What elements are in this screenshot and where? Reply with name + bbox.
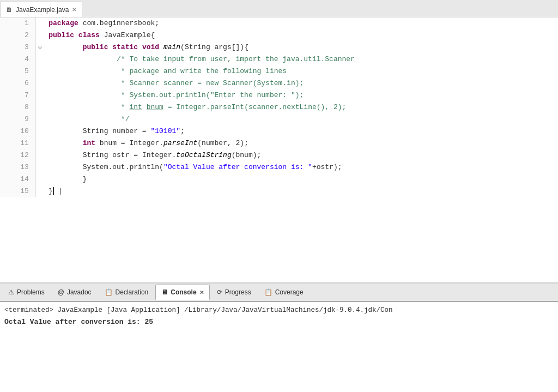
line-number: 8 [0,101,35,113]
fold-indicator [35,185,44,197]
code-content: System.out.println("Octal Value after co… [44,161,557,173]
code-row: 10 String number = "10101"; [0,125,558,137]
fold-indicator [35,17,44,29]
coverage-tab-icon: 📋 [264,288,272,296]
code-row: 14 } [0,173,558,185]
console-tab-label: Console [171,288,196,296]
tab-close-button[interactable]: ✕ [72,7,76,13]
editor-tab[interactable]: 🗎 JavaExample.java ✕ [0,2,82,17]
fold-indicator [35,173,44,185]
javadoc-tab-icon: @ [58,288,64,296]
code-content: } | [44,185,557,197]
panel-tab-console[interactable]: 🖥Console ✕ [155,285,209,300]
fold-indicator[interactable]: ⊖ [35,41,44,53]
code-row: 4 /* To take input from user, import the… [0,53,558,65]
panel-tab-progress[interactable]: ⟳Progress [211,285,257,300]
panel-tab-javadoc[interactable]: @Javadoc [52,285,98,300]
code-content: String ostr = Integer.toOctalString(bnum… [44,149,557,161]
code-row: 3⊖ public static void main(String args[]… [0,41,558,53]
line-number: 7 [0,89,35,101]
panel-tab-coverage[interactable]: 📋Coverage [258,285,310,300]
tab-label: JavaExample.java [16,6,69,14]
panel-tab-declaration[interactable]: 📋Declaration [99,285,155,300]
line-number: 13 [0,161,35,173]
panel-tab-bar: ⚠Problems@Javadoc📋Declaration🖥Console ✕⟳… [0,284,558,302]
code-content: int bnum = Integer.parseInt(number, 2); [44,137,557,149]
javadoc-tab-label: Javadoc [67,288,92,296]
problems-tab-icon: ⚠ [8,288,14,296]
code-row: 11 int bnum = Integer.parseInt(number, 2… [0,137,558,149]
console-content: <terminated> JavaExample [Java Applicati… [0,302,558,392]
code-row: 15} | [0,185,558,197]
code-row: 13 System.out.println("Octal Value after… [0,161,558,173]
code-row: 1package com.beginnersbook; [0,17,558,29]
line-number: 4 [0,53,35,65]
code-content: * Scanner scanner = new Scanner(System.i… [44,77,557,89]
fold-indicator [35,125,44,137]
bottom-panel: ⚠Problems@Javadoc📋Declaration🖥Console ✕⟳… [0,284,558,392]
progress-tab-icon: ⟳ [217,288,222,296]
console-output-line: Octal Value after conversion is: 25 [4,316,554,328]
fold-indicator [35,137,44,149]
line-number: 15 [0,185,35,197]
line-number: 12 [0,149,35,161]
line-number: 5 [0,65,35,77]
line-number: 14 [0,173,35,185]
code-row: 5 * package and write the following line… [0,65,558,77]
code-content: String number = "10101"; [44,125,557,137]
code-row: 9 */ [0,113,558,125]
line-number: 10 [0,125,35,137]
code-row: 2public class JavaExample{ [0,29,558,41]
fold-indicator [35,77,44,89]
code-editor[interactable]: 1package com.beginnersbook;2public class… [0,17,558,282]
fold-indicator [35,101,44,113]
problems-tab-label: Problems [17,288,45,296]
line-number: 2 [0,29,35,41]
console-terminated-line: <terminated> JavaExample [Java Applicati… [4,304,554,316]
code-content: * System.out.println("Enter the number: … [44,89,557,101]
code-row: 8 * int bnum = Integer.parseInt(scanner.… [0,101,558,113]
code-content: * int bnum = Integer.parseInt(scanner.ne… [44,101,557,113]
code-content: * package and write the following lines [44,65,557,77]
code-content: public class JavaExample{ [44,29,557,41]
progress-tab-label: Progress [225,288,251,296]
fold-indicator [35,53,44,65]
tab-bar: 🗎 JavaExample.java ✕ [0,0,558,17]
coverage-tab-label: Coverage [275,288,304,296]
code-content: public static void main(String args[]){ [44,41,557,53]
code-content: */ [44,113,557,125]
fold-indicator [35,161,44,173]
declaration-tab-label: Declaration [116,288,149,296]
declaration-tab-icon: 📋 [105,288,113,296]
console-tab-close[interactable]: ✕ [199,290,204,295]
line-number: 9 [0,113,35,125]
panel-tab-problems[interactable]: ⚠Problems [2,285,51,300]
line-number: 11 [0,137,35,149]
code-content: /* To take input from user, import the j… [44,53,557,65]
code-table: 1package com.beginnersbook;2public class… [0,17,558,197]
editor-container: 🗎 JavaExample.java ✕ 1package com.beginn… [0,0,558,284]
line-number: 1 [0,17,35,29]
fold-indicator [35,29,44,41]
fold-indicator [35,65,44,77]
fold-indicator [35,89,44,101]
fold-indicator [35,149,44,161]
code-row: 7 * System.out.println("Enter the number… [0,89,558,101]
code-row: 12 String ostr = Integer.toOctalString(b… [0,149,558,161]
code-content: } [44,173,557,185]
console-tab-icon: 🖥 [161,288,168,296]
line-number: 6 [0,77,35,89]
line-number: 3 [0,41,35,53]
code-content: package com.beginnersbook; [44,17,557,29]
java-file-icon: 🗎 [6,6,13,14]
code-row: 6 * Scanner scanner = new Scanner(System… [0,77,558,89]
fold-indicator [35,113,44,125]
